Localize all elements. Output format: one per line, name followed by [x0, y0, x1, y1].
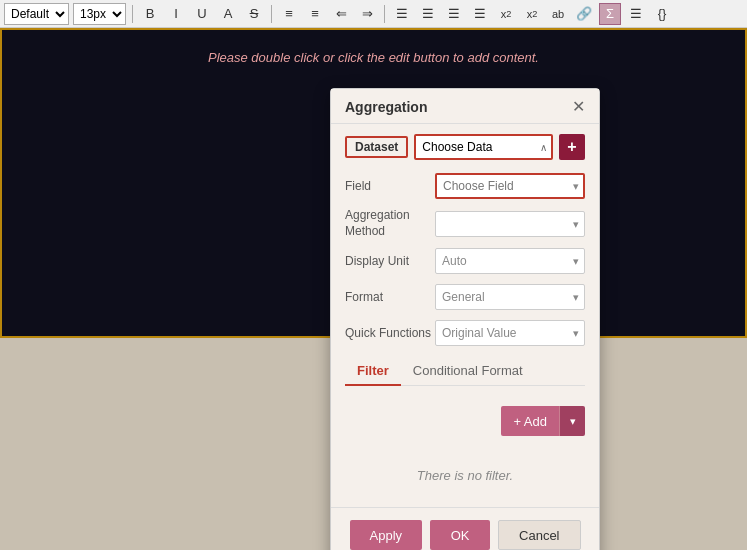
subscript-button[interactable]: x2 [495, 3, 517, 25]
add-filter-button[interactable]: + Add [501, 406, 559, 436]
toolbar-separator-1 [132, 5, 133, 23]
tab-conditional-format[interactable]: Conditional Format [401, 357, 535, 386]
dataset-select[interactable]: Choose Data [414, 134, 553, 160]
align-right-button[interactable]: ☰ [443, 3, 465, 25]
superscript-button[interactable]: x2 [521, 3, 543, 25]
align-center-button[interactable]: ☰ [417, 3, 439, 25]
field-input-wrapper [435, 173, 585, 199]
indent-right-button[interactable]: ⇒ [356, 3, 378, 25]
aggregation-dialog: Aggregation ✕ Dataset Choose Data + Fiel… [330, 88, 600, 550]
toolbar: Default 13px B I U A S ≡ ≡ ⇐ ⇒ ☰ ☰ ☰ ☰ x… [0, 0, 747, 28]
apply-button[interactable]: Apply [350, 520, 423, 550]
field-label: Field [345, 179, 435, 193]
font-family-select[interactable]: Default [4, 3, 69, 25]
sigma-button[interactable]: Σ [599, 3, 621, 25]
font-color-button[interactable]: A [217, 3, 239, 25]
add-dataset-button[interactable]: + [559, 134, 585, 160]
font-size-select[interactable]: 13px [73, 3, 126, 25]
display-unit-label: Display Unit [345, 254, 435, 268]
list-ordered-button[interactable]: ≡ [304, 3, 326, 25]
dialog-title: Aggregation [345, 99, 427, 115]
list-bullet-button[interactable]: ≡ [278, 3, 300, 25]
dialog-tabs: Filter Conditional Format [345, 357, 585, 386]
display-unit-select[interactable]: Auto [435, 248, 585, 274]
quick-functions-select[interactable]: Original Value [435, 320, 585, 346]
link-button[interactable]: 🔗 [573, 3, 595, 25]
format-wrapper: General [435, 284, 585, 310]
format-row: Format General [345, 283, 585, 311]
format-label: Format [345, 290, 435, 304]
filter-section: + Add ▾ There is no filter. [345, 394, 585, 497]
dialog-close-button[interactable]: ✕ [572, 99, 585, 115]
aggregation-label: AggregationMethod [345, 208, 435, 239]
display-unit-wrapper: Auto [435, 248, 585, 274]
field-input[interactable] [435, 173, 585, 199]
align-justify-button[interactable]: ☰ [469, 3, 491, 25]
indent-left-button[interactable]: ⇐ [330, 3, 352, 25]
align-left-button[interactable]: ☰ [391, 3, 413, 25]
underline-button[interactable]: U [191, 3, 213, 25]
no-filter-message: There is no filter. [345, 448, 585, 493]
remove-format-button[interactable]: ab [547, 3, 569, 25]
cancel-button[interactable]: Cancel [498, 520, 580, 550]
italic-button[interactable]: I [165, 3, 187, 25]
multiline-button[interactable]: ☰ [625, 3, 647, 25]
add-filter-dropdown-button[interactable]: ▾ [559, 406, 585, 436]
tab-filter[interactable]: Filter [345, 357, 401, 386]
ok-button[interactable]: OK [430, 520, 490, 550]
dialog-footer: Apply OK Cancel [331, 507, 599, 550]
bold-button[interactable]: B [139, 3, 161, 25]
editor-hint: Please double click or click the edit bu… [2, 30, 745, 65]
format-select[interactable]: General [435, 284, 585, 310]
dialog-body: Dataset Choose Data + Field AggregationM… [331, 124, 599, 507]
quick-functions-row: Quick Functions Original Value [345, 319, 585, 347]
field-row: Field [345, 172, 585, 200]
code-button[interactable]: {} [651, 3, 673, 25]
editor-area: Please double click or click the edit bu… [0, 28, 747, 550]
aggregation-row: AggregationMethod [345, 208, 585, 239]
quick-functions-wrapper: Original Value [435, 320, 585, 346]
toolbar-separator-3 [384, 5, 385, 23]
display-unit-row: Display Unit Auto [345, 247, 585, 275]
quick-functions-label: Quick Functions [345, 326, 435, 340]
aggregation-select[interactable] [435, 211, 585, 237]
dialog-header: Aggregation ✕ [331, 89, 599, 124]
dataset-label: Dataset [345, 136, 408, 158]
aggregation-wrapper [435, 211, 585, 237]
strikethrough-button[interactable]: S [243, 3, 265, 25]
dataset-row: Dataset Choose Data + [345, 134, 585, 160]
toolbar-separator-2 [271, 5, 272, 23]
add-filter-split: + Add ▾ [501, 406, 585, 436]
dataset-select-wrapper: Choose Data [414, 134, 553, 160]
